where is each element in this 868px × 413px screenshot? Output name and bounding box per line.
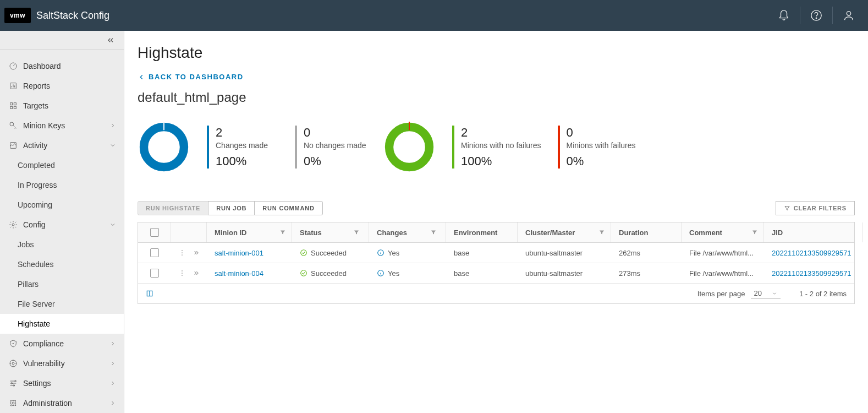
column-jid[interactable]: JID [764, 222, 863, 242]
user-icon[interactable] [843, 9, 855, 21]
svg-point-11 [12, 224, 14, 226]
expand-row-icon[interactable] [192, 269, 200, 277]
clear-filters-button[interactable]: CLEAR FILTERS [776, 201, 855, 215]
expand-row-icon[interactable] [192, 249, 200, 257]
page-sub-title: default_html_page [138, 90, 855, 105]
cluster-value: ubuntu-saltmaster [525, 249, 583, 257]
chevron-down-icon [109, 221, 116, 228]
sidebar-sub-schedules[interactable]: Schedules [0, 254, 124, 274]
svg-point-14 [15, 381, 17, 382]
sidebar-item-vulnerability[interactable]: Vulnerability [0, 354, 124, 373]
run-highstate-button[interactable]: RUN HIGHSTATE [138, 201, 208, 215]
column-cluster[interactable]: Cluster/Master [518, 222, 611, 242]
minion-id-link[interactable]: salt-minion-001 [215, 249, 263, 257]
changes-value: Yes [388, 249, 399, 257]
sidebar-item-compliance[interactable]: Compliance [0, 334, 124, 354]
sidebar-item-label: Compliance [23, 339, 64, 348]
sidebar-sub-highstate[interactable]: Highstate [0, 314, 124, 334]
stat-changes-made: 2 Changes made 100% [207, 126, 278, 169]
column-comment[interactable]: Comment [682, 222, 764, 242]
chevron-right-icon [109, 122, 116, 129]
nav-list: Dashboard Reports Targets Minion Keys [0, 50, 124, 413]
column-toggle-button[interactable] [146, 290, 153, 297]
svg-point-2 [847, 12, 850, 15]
kebab-menu-icon[interactable] [178, 269, 186, 277]
settings-icon [9, 379, 18, 388]
stat-percentage: 100% [461, 154, 541, 169]
filter-icon [279, 229, 286, 236]
environment-value: base [454, 269, 469, 278]
results-table: Minion ID Status Changes Environment Clu… [138, 222, 855, 304]
sidebar-item-targets[interactable]: Targets [0, 96, 124, 116]
sidebar-item-label: Upcoming [18, 200, 52, 209]
table-row: salt-minion-001SucceededYesbaseubuntu-sa… [138, 243, 854, 263]
column-status[interactable]: Status [292, 222, 369, 242]
jid-link[interactable]: 20221102133509929571 [772, 269, 851, 278]
minion-id-link[interactable]: salt-minion-004 [215, 269, 263, 278]
sidebar-item-settings[interactable]: Settings [0, 373, 124, 393]
column-duration[interactable]: Duration [611, 222, 682, 242]
minions-donut-chart [383, 121, 436, 173]
stat-percentage: 0% [567, 154, 636, 169]
back-link-label: BACK TO DASHBOARD [149, 73, 244, 81]
kebab-menu-icon[interactable] [178, 249, 186, 257]
sidebar-item-dashboard[interactable]: Dashboard [0, 56, 124, 76]
sidebar-item-label: File Server [18, 300, 55, 308]
chevron-right-icon [109, 400, 116, 406]
sidebar-item-reports[interactable]: Reports [0, 76, 124, 96]
sidebar-sub-completed[interactable]: Completed [0, 155, 124, 175]
row-checkbox[interactable] [150, 248, 159, 257]
run-job-button[interactable]: RUN JOB [208, 201, 255, 215]
svg-rect-19 [163, 122, 164, 130]
changes-donut-chart [138, 121, 190, 173]
info-icon [377, 269, 384, 277]
chevron-left-icon [138, 73, 145, 81]
sidebar-item-minion-keys[interactable]: Minion Keys [0, 116, 124, 135]
filter-icon [430, 229, 437, 236]
svg-point-24 [182, 254, 183, 256]
bell-icon[interactable] [778, 9, 790, 21]
chevron-right-icon [109, 360, 116, 367]
sidebar-collapse-toggle[interactable] [0, 31, 124, 50]
sidebar-item-administration[interactable]: Administration [0, 393, 124, 413]
cluster-value: ubuntu-saltmaster [525, 269, 583, 278]
items-per-page-value: 20 [754, 289, 762, 297]
sidebar-sub-file-server[interactable]: File Server [0, 294, 124, 314]
sidebar-sub-pillars[interactable]: Pillars [0, 274, 124, 294]
filter-icon [353, 229, 360, 236]
svg-point-23 [182, 252, 183, 253]
stat-no-changes: 0 No changes made 0% [295, 126, 366, 169]
comment-value: File /var/www/html... [689, 269, 754, 278]
sidebar-sub-in-progress[interactable]: In Progress [0, 175, 124, 195]
svg-rect-6 [14, 103, 16, 105]
sidebar-item-config[interactable]: Config [0, 215, 124, 235]
stat-percentage: 100% [216, 154, 278, 169]
svg-point-25 [301, 250, 307, 256]
column-environment[interactable]: Environment [446, 222, 518, 242]
stat-value: 2 [461, 126, 541, 140]
svg-point-1 [816, 18, 816, 18]
run-command-button[interactable]: RUN COMMAND [254, 201, 322, 215]
jid-link[interactable]: 20221102133509929571 [772, 249, 851, 257]
select-all-checkbox[interactable] [150, 228, 159, 237]
sidebar-sub-upcoming[interactable]: Upcoming [0, 195, 124, 215]
chevron-down-icon [772, 291, 777, 296]
reports-icon [9, 81, 18, 90]
items-per-page-select[interactable]: 20 [751, 288, 781, 299]
sidebar-item-label: Activity [23, 141, 47, 150]
back-to-dashboard-link[interactable]: BACK TO DASHBOARD [138, 73, 855, 81]
environment-value: base [454, 249, 469, 257]
sidebar: Dashboard Reports Targets Minion Keys [0, 31, 124, 413]
column-changes[interactable]: Changes [369, 222, 446, 242]
sidebar-sub-jobs[interactable]: Jobs [0, 235, 124, 254]
filter-icon [751, 229, 758, 236]
stat-value: 0 [304, 126, 366, 140]
svg-point-29 [182, 275, 183, 276]
row-checkbox[interactable] [150, 269, 159, 278]
duration-value: 273ms [619, 269, 640, 278]
column-minion-id[interactable]: Minion ID [207, 222, 292, 242]
table-row: salt-minion-004SucceededYesbaseubuntu-sa… [138, 263, 854, 284]
stat-value: 0 [567, 126, 636, 140]
help-icon[interactable] [810, 9, 822, 21]
sidebar-item-activity[interactable]: Activity [0, 135, 124, 155]
